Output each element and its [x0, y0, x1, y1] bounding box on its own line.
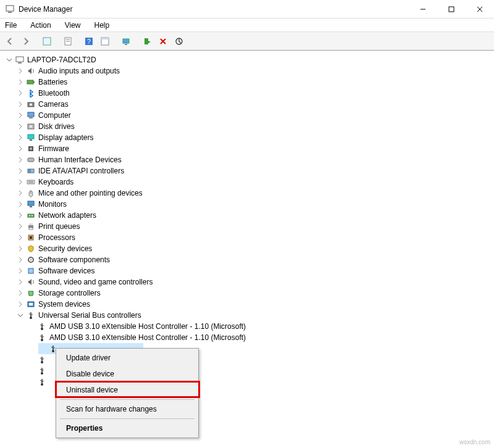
category-node[interactable]: Processors [5, 232, 494, 243]
category-node[interactable]: Software components [5, 254, 494, 265]
minimize-button[interactable] [409, 0, 437, 19]
device-label: AMD USB 3.10 eXtensible Host Controller … [49, 332, 246, 343]
expand-icon[interactable] [16, 211, 25, 220]
category-node[interactable]: Mice and other pointing devices [5, 188, 494, 199]
expand-icon[interactable] [16, 233, 25, 242]
expand-icon[interactable] [16, 78, 25, 86]
toolbar-view-button[interactable] [98, 34, 112, 49]
category-label: Firmware [38, 143, 69, 154]
show-hide-tree-button[interactable] [40, 34, 54, 49]
uninstall-device-button[interactable] [156, 34, 170, 49]
expander-empty [38, 344, 47, 353]
battery-icon [26, 77, 36, 87]
expand-icon[interactable] [16, 222, 25, 231]
expand-icon[interactable] [16, 100, 25, 109]
ctx-properties[interactable]: Properties [57, 420, 197, 436]
ctx-update-driver[interactable]: Update driver [57, 350, 197, 366]
maximize-button[interactable] [437, 0, 466, 19]
enable-device-button[interactable] [140, 34, 154, 49]
category-label: Network adapters [38, 210, 96, 221]
category-usb[interactable]: Universal Serial Bus controllers [5, 310, 494, 321]
properties-button[interactable] [61, 34, 75, 49]
expand-icon[interactable] [16, 178, 25, 186]
expand-icon[interactable] [16, 278, 25, 286]
category-label: Sound, video and game controllers [38, 276, 153, 288]
window-title: Device Manager [19, 5, 409, 14]
mouse-icon [26, 188, 36, 198]
cpu-icon [26, 233, 36, 243]
category-node[interactable]: Human Interface Devices [5, 154, 494, 165]
expand-icon[interactable] [16, 156, 25, 164]
ctx-disable-device[interactable]: Disable device [57, 366, 197, 382]
category-node[interactable]: Firmware [5, 143, 494, 154]
root-node[interactable]: LAPTOP-7ADCLT2D [5, 54, 494, 65]
scan-hardware-button[interactable] [119, 34, 133, 49]
system-icon [26, 299, 36, 309]
category-node[interactable]: Storage controllers [5, 288, 494, 299]
category-node[interactable]: Keyboards [5, 176, 494, 188]
category-node[interactable]: Security devices [5, 243, 494, 254]
category-node[interactable]: Print queues [5, 221, 494, 232]
device-node[interactable]: AMD USB 3.10 eXtensible Host Controller … [5, 321, 494, 332]
collapse-icon[interactable] [5, 56, 14, 64]
category-node[interactable]: Disk drives [5, 121, 494, 132]
expand-icon[interactable] [16, 122, 25, 131]
category-node[interactable]: Software devices [5, 265, 494, 276]
collapse-icon[interactable] [16, 311, 25, 320]
category-node[interactable]: Monitors [5, 199, 494, 210]
titlebar: Device Manager [0, 0, 494, 19]
expand-icon[interactable] [16, 133, 25, 142]
category-node[interactable]: Audio inputs and outputs [5, 65, 494, 77]
expand-icon[interactable] [16, 67, 25, 75]
computer-icon [15, 55, 25, 65]
category-label: IDE ATA/ATAPI controllers [38, 165, 124, 176]
expand-icon[interactable] [16, 289, 25, 297]
category-node[interactable]: Display adapters [5, 132, 494, 143]
hid-icon [26, 155, 36, 165]
category-label: Human Interface Devices [38, 154, 122, 165]
expander-empty [27, 333, 36, 342]
category-node[interactable]: IDE ATA/ATAPI controllers [5, 165, 494, 176]
category-node[interactable]: Cameras [5, 99, 494, 110]
expand-icon[interactable] [16, 267, 25, 275]
menu-help[interactable]: Help [92, 20, 112, 31]
menu-action[interactable]: Action [28, 20, 53, 31]
expand-icon[interactable] [16, 189, 25, 197]
context-menu: Update driver Disable device Uninstall d… [56, 348, 199, 438]
forward-button[interactable] [19, 34, 33, 49]
close-button[interactable] [466, 0, 494, 19]
help-button[interactable]: ? [82, 34, 96, 49]
device-node[interactable]: AMD USB 3.10 eXtensible Host Controller … [5, 332, 494, 343]
category-node[interactable]: Batteries [5, 77, 494, 88]
category-node[interactable]: System devices [5, 299, 494, 310]
update-driver-button[interactable] [172, 34, 186, 49]
svg-rect-26 [28, 112, 34, 117]
category-node[interactable]: Network adapters [5, 210, 494, 221]
expand-icon[interactable] [16, 167, 25, 175]
back-button[interactable] [2, 34, 17, 49]
expand-icon[interactable] [16, 144, 25, 153]
expand-icon[interactable] [16, 200, 25, 209]
category-node[interactable]: Sound, video and game controllers [5, 276, 494, 288]
category-node[interactable]: Bluetooth [5, 88, 494, 99]
category-label: Software components [38, 254, 110, 265]
menu-view[interactable]: View [62, 20, 83, 31]
usb-icon [37, 366, 47, 376]
expand-icon[interactable] [16, 255, 25, 264]
watermark: wsxdn.com [459, 439, 490, 446]
svg-rect-55 [28, 268, 33, 273]
expand-icon[interactable] [16, 300, 25, 309]
expand-icon[interactable] [16, 111, 25, 120]
ctx-scan-hardware[interactable]: Scan for hardware changes [57, 401, 197, 417]
ctx-separator [60, 399, 195, 400]
category-label: Mice and other pointing devices [38, 188, 143, 199]
app-icon [5, 4, 15, 14]
category-node[interactable]: Computer [5, 110, 494, 121]
root-label: LAPTOP-7ADCLT2D [27, 54, 96, 65]
expand-icon[interactable] [16, 89, 25, 97]
speaker-icon [26, 66, 36, 76]
svg-rect-38 [27, 180, 35, 184]
menu-file[interactable]: File [2, 20, 19, 31]
ctx-uninstall-device[interactable]: Uninstall device [57, 382, 197, 398]
expand-icon[interactable] [16, 244, 25, 253]
